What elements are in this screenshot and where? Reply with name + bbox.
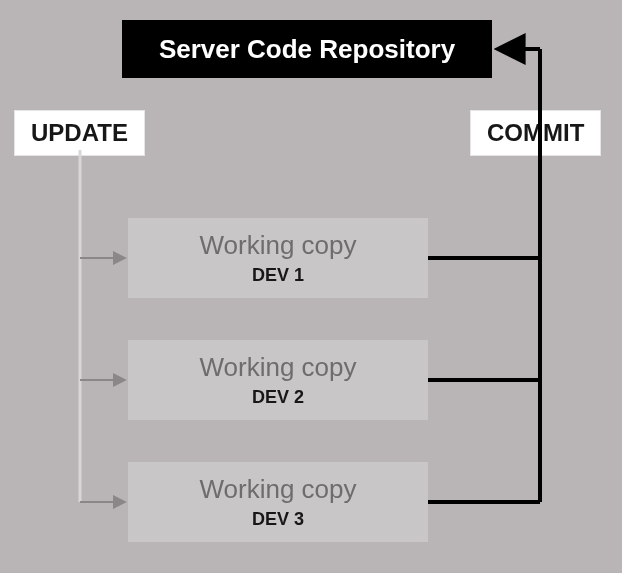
server-repository-box: Server Code Repository [122, 20, 492, 78]
working-copy-box-3: Working copy DEV 3 [128, 462, 428, 542]
server-repository-title: Server Code Repository [159, 34, 455, 65]
update-label: UPDATE [14, 110, 145, 156]
update-label-text: UPDATE [31, 119, 128, 146]
working-copy-dev-1: DEV 1 [252, 265, 304, 286]
working-copy-box-1: Working copy DEV 1 [128, 218, 428, 298]
working-copy-title-3: Working copy [199, 474, 356, 505]
working-copy-dev-2: DEV 2 [252, 387, 304, 408]
commit-label: COMMIT [470, 110, 601, 156]
commit-label-text: COMMIT [487, 119, 584, 146]
working-copy-title-2: Working copy [199, 352, 356, 383]
working-copy-box-2: Working copy DEV 2 [128, 340, 428, 420]
working-copy-title-1: Working copy [199, 230, 356, 261]
working-copy-dev-3: DEV 3 [252, 509, 304, 530]
